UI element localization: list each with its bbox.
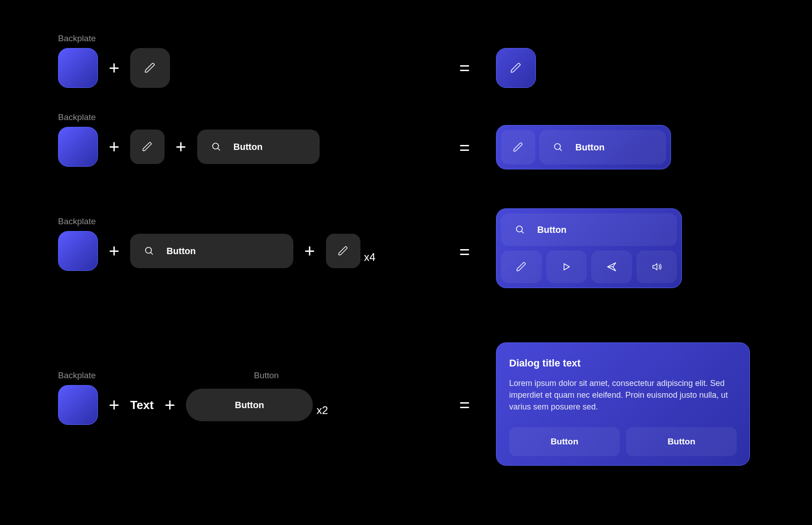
diagram-canvas: Backplate + = Backplate + + Button [0, 0, 812, 525]
dialog-body: Lorem ipsum dolor sit amet, consectetur … [509, 377, 737, 413]
button-label-small: Button [254, 371, 279, 381]
plus-op: + [109, 241, 119, 261]
result-search-button[interactable]: Button [501, 213, 677, 246]
multiplier-x4: x4 [364, 251, 375, 264]
search-icon [515, 224, 525, 235]
dialog-button-1[interactable]: Button [509, 427, 620, 456]
button-label: Button [550, 437, 578, 447]
play-icon [561, 261, 572, 272]
svg-point-1 [554, 144, 560, 149]
ghost-text-button[interactable]: Button [186, 389, 313, 421]
svg-point-3 [516, 226, 522, 232]
equals-op-4: = [459, 395, 470, 415]
button-label: Button [235, 400, 264, 410]
dialog-actions: Button Button [509, 427, 737, 456]
plus-op: + [109, 58, 119, 78]
search-icon [144, 246, 155, 256]
multiplier-x2: x2 [316, 404, 328, 417]
button-label: Button [166, 246, 195, 256]
result-pencil-button[interactable] [496, 48, 536, 88]
result-bar-2: Button [496, 125, 671, 169]
backplate-swatch [58, 385, 98, 425]
ghost-search-button[interactable]: Button [130, 234, 293, 268]
plus-op: + [109, 395, 119, 415]
backplate-swatch [58, 231, 98, 271]
plus-op: + [165, 395, 175, 415]
row-4-left: + Text + Button x2 [58, 385, 328, 425]
send-icon [606, 261, 617, 272]
backplate-label-1: Backplate [58, 34, 96, 43]
button-label: Button [667, 437, 695, 447]
ghost-pencil-button[interactable] [130, 48, 170, 88]
dialog-button-2[interactable]: Button [626, 427, 737, 456]
equals-op-3: = [459, 242, 470, 262]
plus-op: + [175, 137, 186, 157]
result-play-button[interactable] [546, 250, 587, 283]
row-1-left: + [58, 48, 170, 88]
backplate-swatch [58, 48, 98, 88]
text-chip: Text [130, 398, 154, 412]
result-icon-row [501, 250, 677, 283]
dialog-title: Dialog title text [509, 357, 737, 369]
svg-point-2 [146, 247, 151, 253]
ghost-search-button[interactable]: Button [197, 130, 320, 164]
result-speaker-button[interactable] [637, 250, 677, 283]
result-pencil-button[interactable] [501, 130, 535, 164]
pencil-icon [142, 141, 153, 152]
pencil-icon [144, 62, 156, 74]
pencil-icon [510, 62, 522, 74]
button-label: Button [575, 142, 604, 153]
plus-op: + [304, 241, 315, 261]
ghost-pencil-button[interactable] [326, 234, 360, 268]
search-icon [211, 141, 222, 152]
equals-op-1: = [459, 58, 470, 78]
pencil-icon [338, 246, 349, 256]
search-icon [553, 142, 564, 153]
speaker-icon [651, 261, 662, 272]
button-label: Button [233, 142, 263, 152]
pencil-icon [516, 261, 527, 272]
row-2-left: + + Button [58, 127, 320, 167]
row-3-left: + Button + x4 [58, 231, 375, 271]
backplate-label-4: Backplate [58, 371, 96, 381]
svg-point-0 [213, 143, 219, 149]
backplate-swatch [58, 127, 98, 167]
backplate-label-3: Backplate [58, 217, 96, 226]
equals-op-2: = [459, 138, 470, 158]
ghost-pencil-button[interactable] [130, 130, 165, 164]
result-dialog: Dialog title text Lorem ipsum dolor sit … [496, 342, 750, 466]
result-pencil-button[interactable] [501, 250, 542, 283]
result-grid-3: Button [496, 208, 682, 288]
button-label: Button [537, 225, 566, 235]
result-send-button[interactable] [591, 250, 632, 283]
result-search-button[interactable]: Button [539, 130, 666, 164]
backplate-label-2: Backplate [58, 112, 96, 122]
plus-op: + [109, 137, 119, 157]
pencil-icon [513, 142, 524, 153]
